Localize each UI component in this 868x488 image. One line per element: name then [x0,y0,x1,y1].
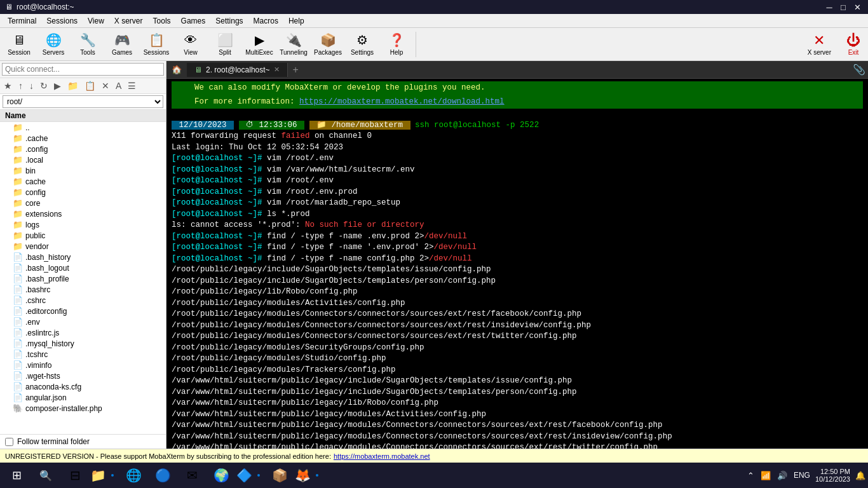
follow-terminal-label[interactable]: Follow terminal folder [17,437,90,446]
term-x11-line: X11 forwarding request failed on channel… [172,131,863,142]
taskbar-app1[interactable]: 🔵 [149,464,177,487]
start-button[interactable]: ⊞ [3,464,31,487]
menu-games[interactable]: Games [176,15,211,27]
close-button[interactable]: ✕ [851,1,863,13]
terminal-tab-active[interactable]: 🖥 2. root@localhost~ ✕ [187,63,288,77]
tree-item-viminfo[interactable]: 📄 .viminfo [0,360,166,370]
tree-item-public[interactable]: 📁 public [0,230,166,241]
toolbar-view[interactable]: 👁 View [174,29,207,60]
taskbar-packages[interactable]: 📦 [266,464,294,487]
toolbar-tools[interactable]: 🔧 Tools [71,29,104,60]
language-indicator[interactable]: ENG [794,471,810,480]
clipboard-icon[interactable]: 📎 [853,64,865,76]
tree-item-bash-profile[interactable]: 📄 .bash_profile [0,273,166,284]
taskbar-edge[interactable]: 🌐 [119,464,147,487]
toolbar-xserver[interactable]: ✕ X server [803,30,836,58]
toolbar-multiexec[interactable]: ▶ MultiExec [243,29,276,60]
tree-item-editorconfig[interactable]: 📄 .editorconfig [0,306,166,316]
tree-item-mysql-history[interactable]: 📄 .mysql_history [0,338,166,349]
menu-help[interactable]: Help [283,15,309,27]
fb-text-icon[interactable]: A [113,79,124,92]
notification-icon[interactable]: 🔔 [855,471,865,480]
taskbar-explorer[interactable]: 📁 [90,464,118,487]
fb-play-icon[interactable]: ▶ [51,79,64,92]
tree-item-extensions[interactable]: 📁 extensions [0,208,166,219]
menu-view[interactable]: View [83,15,109,27]
menu-tools[interactable]: Tools [148,15,176,27]
tree-item-cshrc[interactable]: 📄 .cshrc [0,295,166,306]
taskbar-search[interactable]: 🔍 [32,464,60,487]
fb-refresh-icon[interactable]: ↻ [37,79,50,92]
tree-item-cache2[interactable]: 📁 cache [0,176,166,187]
tree-item-local[interactable]: 📁 .local [0,154,166,165]
taskbar-mail[interactable]: ✉ [178,464,206,487]
tree-item-logs[interactable]: 📁 logs [0,219,166,230]
tree-item-anaconda[interactable]: 📄 anaconda-ks.cfg [0,381,166,392]
tab-close-icon[interactable]: ✕ [274,65,280,74]
file-icon-angular: 📄 [13,393,23,402]
tree-item-eslintrc[interactable]: 📄 .eslintrc.js [0,327,166,338]
tree-item-cache[interactable]: 📁 .cache [0,133,166,144]
term-cmd3: [root@localhost ~]# vim /root/.env [172,175,863,187]
toolbar-games[interactable]: 🎮 Games [105,29,139,60]
tree-item-bash-logout[interactable]: 📄 .bash_logout [0,262,166,273]
toolbar-split[interactable]: ⬜ Split [208,29,241,60]
menu-settings[interactable]: Settings [210,15,248,27]
toolbar-servers[interactable]: 🌐 Servers [37,29,70,60]
fb-star-icon[interactable]: ★ [1,79,15,92]
fb-delete-icon[interactable]: ✕ [99,79,112,92]
menu-macros[interactable]: Macros [248,15,283,27]
menu-xserver[interactable]: X server [109,15,148,27]
fb-down-icon[interactable]: ↓ [27,79,36,92]
menu-terminal[interactable]: Terminal [3,15,41,27]
tab-home-icon[interactable]: 🏠 [166,62,187,77]
tunneling-icon: 🔌 [286,32,302,48]
tree-item-config[interactable]: 📁 .config [0,144,166,154]
follow-terminal-checkbox[interactable] [5,438,13,446]
taskbar-app2[interactable]: 🔷 [236,464,264,487]
toolbar-exit[interactable]: ⏻ Exit [841,30,865,58]
toolbar-help[interactable]: ❓ Help [380,29,413,60]
tray-arrow-icon[interactable]: ⌃ [746,470,756,482]
tab-add-button[interactable]: + [288,62,304,78]
tree-item-composer[interactable]: 🐘 composer-installer.php [0,403,166,414]
taskbar-maps[interactable]: 🌍 [207,464,235,487]
fb-folder-icon[interactable]: 📁 [65,79,81,92]
tree-item-config2[interactable]: 📁 config [0,187,166,198]
menu-sessions[interactable]: Sessions [41,15,83,27]
tree-item-env[interactable]: 📄 .env [0,316,166,327]
toolbar-settings[interactable]: ⚙ Settings [346,29,379,60]
tree-item-tcshrc[interactable]: 📄 .tcshrc [0,349,166,360]
maximize-button[interactable]: □ [837,1,849,13]
tree-item-bin[interactable]: 📁 bin [0,165,166,176]
status-link[interactable]: https://mobaxterm.mobatek.net [334,452,430,460]
taskbar-clock[interactable]: 12:50 PM 10/12/2023 [815,468,850,483]
toolbar-session[interactable]: 🖥 Session [3,29,36,60]
fb-copy-icon[interactable]: 📋 [82,79,98,92]
tree-item-vendor[interactable]: 📁 vendor [0,241,166,252]
file-icon-editorconfig: 📄 [13,306,23,316]
toolbar-packages[interactable]: 📦 Packages [311,29,344,60]
taskbar-firefox[interactable]: 🦊 [295,464,323,487]
tree-item-angular[interactable]: 📄 angular.json [0,392,166,403]
terminal-content[interactable]: We can also modify MobaXterm or develop … [166,79,868,449]
minimize-button[interactable]: ─ [824,1,835,13]
tree-item-dotdot[interactable]: 📁 .. [0,122,166,133]
failed-text: failed [281,132,310,140]
tree-item-label: .editorconfig [25,307,67,316]
network-icon[interactable]: 📶 [759,470,772,482]
term-cmd5: [root@localhost ~]# vim /root/mariadb_re… [172,198,863,209]
volume-icon[interactable]: 🔊 [776,470,789,482]
taskbar-task-view[interactable]: ⊟ [61,464,89,487]
tree-item-bashrc[interactable]: 📄 .bashrc [0,284,166,295]
toolbar-tunneling[interactable]: 🔌 Tunneling [277,29,310,60]
tree-item-bash-history[interactable]: 📄 .bash_history [0,252,166,262]
fb-path-select[interactable]: root/ [3,95,163,108]
quick-connect-input[interactable] [2,63,164,76]
toolbar-sessions[interactable]: 📋 Sessions [140,29,173,60]
fb-menu-icon[interactable]: ☰ [125,79,139,92]
tree-item-wget-hsts[interactable]: 📄 .wget-hsts [0,370,166,381]
app1-icon: 🔵 [155,468,171,483]
tree-item-core[interactable]: 📁 core [0,198,166,208]
fb-up-icon[interactable]: ↑ [16,79,25,92]
